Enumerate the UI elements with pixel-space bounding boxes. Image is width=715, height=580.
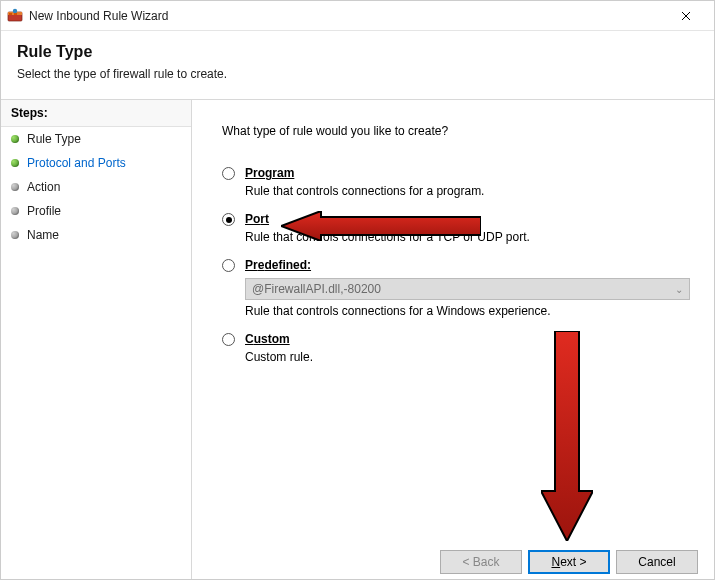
label-rest: rogram [253,166,294,180]
next-button-rest: ext > [560,555,586,569]
label-rest: ustom [254,332,290,346]
step-dot-icon [11,135,19,143]
page-title: Rule Type [17,43,698,61]
step-label: Action [27,180,60,194]
radio-port[interactable] [222,213,235,226]
step-dot-icon [11,207,19,215]
content-prompt: What type of rule would you like to crea… [222,124,690,138]
option-program-desc: Rule that controls connections for a pro… [245,184,690,198]
close-button[interactable] [666,2,706,30]
accel-char: P [245,166,253,180]
step-name[interactable]: Name [1,223,191,247]
next-button[interactable]: Next > [528,550,610,574]
next-button-accel: N [551,555,560,569]
step-dot-icon [11,183,19,191]
predefined-combo: @FirewallAPI.dll,-80200 ⌄ [245,278,690,300]
predefined-select-value: @FirewallAPI.dll,-80200 [252,282,381,296]
page-subtitle: Select the type of firewall rule to crea… [17,67,698,81]
app-icon [7,8,23,24]
option-port: Port Rule that controls connections for … [222,212,690,244]
option-program: Program Rule that controls connections f… [222,166,690,198]
option-custom-desc: Custom rule. [245,350,690,364]
label-pre: Pr [245,258,258,272]
back-button[interactable]: < Back [440,550,522,574]
step-profile[interactable]: Profile [1,199,191,223]
predefined-select[interactable]: @FirewallAPI.dll,-80200 ⌄ [245,278,690,300]
step-label: Protocol and Ports [27,156,126,170]
svg-rect-3 [14,13,17,15]
step-protocol-ports[interactable]: Protocol and Ports [1,151,191,175]
option-predefined: Predefined: @FirewallAPI.dll,-80200 ⌄ Ru… [222,258,690,318]
close-icon [681,11,691,21]
step-label: Rule Type [27,132,81,146]
step-label: Profile [27,204,61,218]
cancel-button[interactable]: Cancel [616,550,698,574]
radio-predefined[interactable] [222,259,235,272]
step-dot-icon [11,159,19,167]
label-rest: defined: [264,258,311,272]
svg-rect-2 [9,13,12,15]
wizard-body: Steps: Rule Type Protocol and Ports Acti… [1,100,714,580]
radio-custom[interactable] [222,333,235,346]
wizard-content: What type of rule would you like to crea… [192,100,714,580]
steps-sidebar: Steps: Rule Type Protocol and Ports Acti… [1,100,192,580]
option-program-label[interactable]: Program [245,166,294,180]
option-predefined-label[interactable]: Predefined: [245,258,311,272]
back-button-label: < Back [462,555,499,569]
wizard-header: Rule Type Select the type of firewall ru… [1,31,714,100]
chevron-down-icon: ⌄ [675,284,683,295]
step-action[interactable]: Action [1,175,191,199]
step-rule-type[interactable]: Rule Type [1,127,191,151]
radio-program[interactable] [222,167,235,180]
label-pre: P [245,212,253,226]
steps-header: Steps: [1,100,191,127]
option-predefined-desc: Rule that controls connections for a Win… [245,304,690,318]
cancel-button-label: Cancel [638,555,675,569]
option-custom: Custom Custom rule. [222,332,690,364]
option-port-label[interactable]: Port [245,212,269,226]
option-custom-label[interactable]: Custom [245,332,290,346]
option-port-desc: Rule that controls connections for a TCP… [245,230,690,244]
accel-char: C [245,332,254,346]
window-title: New Inbound Rule Wizard [29,9,666,23]
step-label: Name [27,228,59,242]
svg-point-4 [13,8,17,12]
titlebar: New Inbound Rule Wizard [1,1,714,31]
wizard-footer: < Back Next > Cancel [440,550,698,574]
label-post: rt [260,212,269,226]
step-dot-icon [11,231,19,239]
